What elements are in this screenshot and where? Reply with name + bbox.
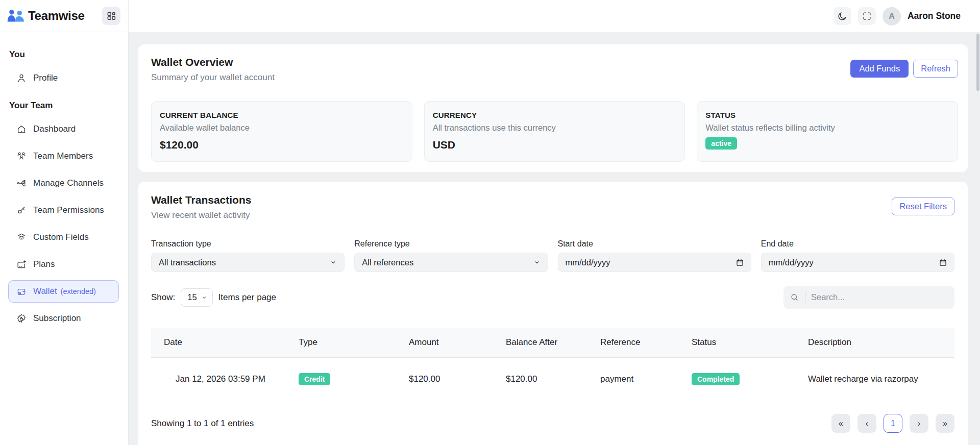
cell-reference: payment [587, 357, 679, 401]
wallet-overview-panel: Wallet Overview Summary of your wallet a… [138, 44, 968, 172]
brand-logo[interactable]: Teamwise [7, 9, 85, 23]
sidebar-header: Teamwise [0, 0, 128, 32]
sidebar-item-plans[interactable]: Plans [8, 253, 119, 276]
avatar[interactable]: A [883, 7, 901, 26]
col-reference: Reference [587, 328, 679, 357]
sidebar-item-manage-channels[interactable]: Manage Channels [8, 172, 119, 194]
table-row: Jan 12, 2026 03:59 PM Credit $120.00 $12… [151, 357, 954, 401]
pagination: « ‹ 1 › » [831, 414, 954, 433]
col-type: Type [286, 328, 396, 357]
col-amount: Amount [396, 328, 493, 357]
status-card: STATUS Wallet status reflects billing ac… [697, 101, 958, 162]
wallet-transactions-panel: Wallet Transactions View recent wallet a… [138, 182, 968, 445]
search-icon [790, 292, 799, 302]
sidebar-section-your-team: Your Team [9, 101, 119, 111]
balance-value: $120.00 [160, 139, 404, 151]
sidebar-item-team-members[interactable]: Team Members [8, 145, 119, 167]
next-page-button[interactable]: › [910, 414, 928, 433]
page-1-button[interactable]: 1 [884, 414, 902, 433]
first-page-button[interactable]: « [831, 414, 850, 433]
col-status: Status [679, 328, 795, 357]
row-status-badge: Completed [692, 373, 740, 385]
page-size-select[interactable]: 15 [181, 288, 212, 307]
reset-filters-button[interactable]: Reset Filters [892, 197, 954, 215]
sidebar-section-you: You [9, 50, 119, 60]
apps-grid-button[interactable] [102, 7, 120, 25]
cell-status: Completed [679, 357, 795, 401]
transactions-title: Wallet Transactions [151, 194, 251, 206]
search-input[interactable] [811, 292, 948, 302]
transaction-type-select[interactable]: All transactions [151, 253, 345, 272]
cell-balance-after: $120.00 [493, 357, 587, 401]
content: Wallet Overview Summary of your wallet a… [129, 32, 980, 445]
currency-card: CURRENCY All transactions use this curre… [424, 101, 685, 162]
sidebar-item-wallet[interactable]: Wallet (extended) [8, 280, 119, 303]
transactions-table: Date Type Amount Balance After Reference… [151, 328, 954, 401]
search-box [783, 286, 954, 309]
channels-icon [16, 178, 27, 188]
teamwise-logo-icon [7, 9, 26, 23]
page-title: Wallet Overview [151, 56, 275, 68]
moon-icon [837, 11, 847, 21]
entries-summary: Showing 1 to 1 of 1 entries [151, 418, 254, 429]
chevron-down-icon [533, 258, 541, 266]
chevron-down-icon [329, 258, 337, 266]
sidebar-nav: You Profile Your Team Dashboard [0, 32, 128, 330]
calendar-icon[interactable] [939, 258, 947, 267]
rosette-icon [16, 313, 27, 324]
wallet-icon [16, 286, 27, 296]
user-name: Aaron Stone [908, 11, 961, 21]
brand-name: Teamwise [28, 9, 85, 23]
type-badge: Credit [299, 373, 330, 385]
start-date-input[interactable]: mm/dd/yyyy [558, 253, 751, 272]
card-plus-icon [16, 259, 27, 269]
fullscreen-icon [862, 11, 872, 21]
grid-icon [106, 11, 116, 21]
key-icon [16, 205, 27, 215]
sidebar-item-subscription[interactable]: Subscription [8, 307, 119, 330]
home-icon [16, 124, 27, 134]
fullscreen-button[interactable] [858, 7, 876, 25]
prev-page-button[interactable]: ‹ [857, 414, 876, 433]
users-icon [16, 151, 27, 161]
sidebar-item-profile[interactable]: Profile [8, 67, 119, 89]
wallet-extended-suffix: (extended) [61, 287, 96, 295]
topbar: A Aaron Stone [129, 0, 980, 32]
page-subtitle: Summary of your wallet account [151, 72, 275, 83]
layers-icon [16, 232, 27, 242]
end-date-input[interactable]: mm/dd/yyyy [761, 253, 954, 272]
reference-type-select[interactable]: All references [354, 253, 548, 272]
last-page-button[interactable]: » [936, 414, 954, 433]
sidebar-item-team-permissions[interactable]: Team Permissions [8, 199, 119, 221]
currency-value: USD [433, 139, 677, 151]
items-per-page-label: Items per page [218, 292, 276, 303]
col-description: Description [795, 328, 954, 357]
current-balance-card: CURRENT BALANCE Available wallet balance… [151, 101, 412, 162]
sidebar-item-custom-fields[interactable]: Custom Fields [8, 226, 119, 249]
sidebar: Teamwise You [0, 0, 129, 445]
col-date: Date [151, 328, 286, 357]
dark-mode-button[interactable] [834, 7, 851, 25]
search-divider [805, 292, 805, 303]
refresh-button[interactable]: Refresh [913, 60, 958, 78]
sidebar-item-dashboard[interactable]: Dashboard [8, 118, 119, 140]
calendar-icon[interactable] [736, 258, 744, 267]
transactions-subtitle: View recent wallet activity [151, 210, 251, 220]
app-root: Teamwise You [0, 0, 980, 445]
show-label: Show: [151, 292, 175, 303]
chevron-down-icon [201, 294, 208, 301]
cell-amount: $120.00 [396, 357, 493, 401]
user-icon [16, 73, 27, 83]
add-funds-button[interactable]: Add Funds [850, 60, 909, 78]
cell-date: Jan 12, 2026 03:59 PM [151, 357, 286, 401]
cell-description: Wallet recharge via razorpay [795, 357, 954, 401]
col-balance-after: Balance After [493, 328, 587, 357]
cell-type: Credit [286, 357, 396, 401]
status-badge: active [705, 137, 737, 150]
main-area: A Aaron Stone Wallet Overview Summary of… [129, 0, 980, 445]
scrollbar-thumb[interactable] [976, 34, 979, 91]
table-header-row: Date Type Amount Balance After Reference… [151, 328, 954, 357]
